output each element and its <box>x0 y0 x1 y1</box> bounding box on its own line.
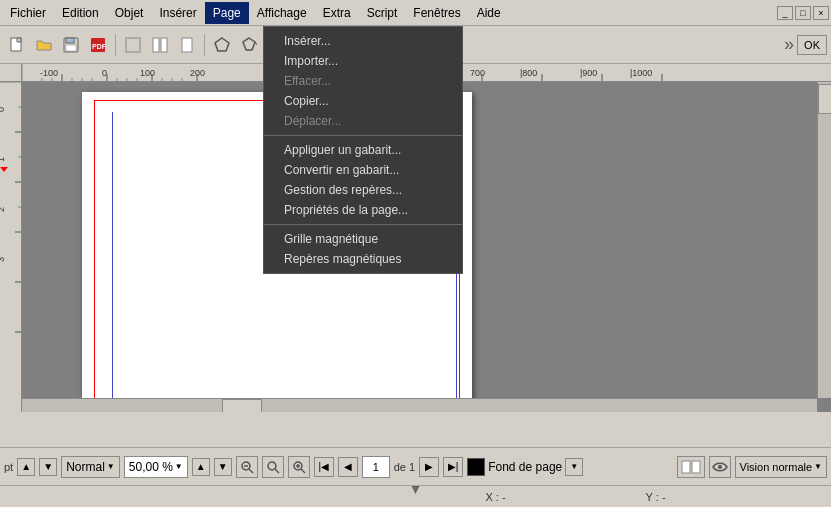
pdf-btn[interactable]: PDF <box>85 32 111 58</box>
menu-inserer[interactable]: Insérer <box>151 2 204 24</box>
svg-point-74 <box>718 465 722 469</box>
svg-line-69 <box>301 469 305 473</box>
win-close[interactable]: × <box>813 6 829 20</box>
fond-page-btn[interactable]: ▼ <box>565 458 583 476</box>
scrollbar-h-thumb[interactable] <box>222 399 262 412</box>
menu-affichage[interactable]: Affichage <box>249 2 315 24</box>
menu-copier-item[interactable]: Copier... <box>264 91 462 111</box>
ruler-vertical: 0 1 2 3 <box>0 82 22 412</box>
menu-appliquer-item[interactable]: Appliguer un gabarit... <box>264 140 462 160</box>
zoom-fit-btn[interactable] <box>288 456 310 478</box>
unit-down-btn[interactable]: ▼ <box>39 458 57 476</box>
win-maximize[interactable]: □ <box>795 6 811 20</box>
save-btn[interactable] <box>58 32 84 58</box>
menu-page[interactable]: Page <box>205 2 249 24</box>
page-number-input[interactable] <box>362 456 390 478</box>
svg-text:0: 0 <box>102 68 107 78</box>
zoom-up-btn[interactable]: ▲ <box>192 458 210 476</box>
scroll-indicator <box>412 486 420 494</box>
page-single-btn[interactable] <box>174 32 200 58</box>
svg-point-66 <box>268 462 276 470</box>
x-coord: X : - <box>485 491 505 503</box>
svg-text:-100: -100 <box>40 68 58 78</box>
sep2 <box>204 34 205 56</box>
menu-sep2 <box>264 224 462 225</box>
menu-deplacer-item: Déplacer... <box>264 111 462 131</box>
menu-gestion-item[interactable]: Gestion des repères... <box>264 180 462 200</box>
unit-up-btn[interactable]: ▲ <box>17 458 35 476</box>
menu-objet[interactable]: Objet <box>107 2 152 24</box>
mode-label: Normal <box>66 460 105 474</box>
vision-dropdown[interactable]: Vision normale ▼ <box>735 456 827 478</box>
menu-extra[interactable]: Extra <box>315 2 359 24</box>
ruler-v-svg: 0 1 2 3 <box>0 82 22 412</box>
page-prev-btn[interactable]: ◀ <box>338 457 358 477</box>
page-layout-btn[interactable] <box>147 32 173 58</box>
menu-reperes-item[interactable]: Repères magnétiques <box>264 249 462 269</box>
zoom-down-btn[interactable]: ▼ <box>214 458 232 476</box>
menu-proprietes-item[interactable]: Propriétés de la page... <box>264 200 462 220</box>
open-btn[interactable] <box>31 32 57 58</box>
fond-page-swatch[interactable] <box>467 458 485 476</box>
pentagon-btn[interactable] <box>209 32 235 58</box>
svg-text:100: 100 <box>140 68 155 78</box>
zoom-selector[interactable]: 50,00 % ▼ <box>124 456 188 478</box>
svg-rect-72 <box>682 461 690 473</box>
polygon-btn[interactable] <box>236 32 262 58</box>
menu-convertir-item[interactable]: Convertir en gabarit... <box>264 160 462 180</box>
page-prev-btn[interactable] <box>120 32 146 58</box>
ok-button[interactable]: OK <box>797 35 827 55</box>
page-thumbnail-btn[interactable] <box>677 456 705 478</box>
page-next-btn[interactable]: ▶ <box>419 457 439 477</box>
zoom-in-btn[interactable] <box>236 456 258 478</box>
svg-text:PDF: PDF <box>92 43 106 50</box>
svg-line-64 <box>249 469 253 473</box>
eye-btn[interactable] <box>709 456 731 478</box>
svg-marker-50 <box>0 167 8 172</box>
shape-tools <box>209 32 262 58</box>
page-first-btn[interactable]: |◀ <box>314 457 334 477</box>
scrollbar-horizontal[interactable] <box>22 398 817 412</box>
menu-fichier[interactable]: Fichier <box>2 2 54 24</box>
scrollbar-thumb[interactable] <box>818 84 831 114</box>
svg-rect-73 <box>692 461 700 473</box>
svg-text:|900: |900 <box>580 68 597 78</box>
statusbar: pt ▲ ▼ Normal ▼ 50,00 % ▼ ▲ ▼ |◀ ◀ de 1 … <box>0 447 831 485</box>
svg-rect-9 <box>182 38 192 52</box>
menu-inserer-item[interactable]: Insérer... <box>264 31 462 51</box>
menu-aide[interactable]: Aide <box>469 2 509 24</box>
svg-marker-11 <box>243 38 255 50</box>
menu-script[interactable]: Script <box>359 2 406 24</box>
win-minimize[interactable]: _ <box>777 6 793 20</box>
infobar: X : - Y : - <box>0 485 831 507</box>
menu-importer-item[interactable]: Importer... <box>264 51 462 71</box>
svg-line-67 <box>275 469 279 473</box>
menu-effacer-item: Effacer... <box>264 71 462 91</box>
overflow-btn[interactable]: » <box>784 34 794 55</box>
menu-fenetres[interactable]: Fenêtres <box>405 2 468 24</box>
svg-rect-8 <box>161 38 167 52</box>
svg-text:200: 200 <box>190 68 205 78</box>
zoom-out-btn[interactable] <box>262 456 284 478</box>
menu-grille-item[interactable]: Grille magnétique <box>264 229 462 249</box>
zoom-arrow: ▼ <box>175 462 183 471</box>
mode-selector[interactable]: Normal ▼ <box>61 456 120 478</box>
svg-text:|1000: |1000 <box>630 68 652 78</box>
unit-label: pt <box>4 461 13 473</box>
menu-edition[interactable]: Edition <box>54 2 107 24</box>
svg-line-12 <box>255 42 257 45</box>
page-tools <box>120 32 200 58</box>
window-controls: _ □ × <box>777 6 829 20</box>
svg-text:2: 2 <box>0 207 6 212</box>
svg-rect-3 <box>66 45 76 51</box>
svg-text:3: 3 <box>0 257 6 262</box>
scrollbar-vertical[interactable] <box>817 82 831 398</box>
svg-text:700: 700 <box>470 68 485 78</box>
new-btn[interactable] <box>4 32 30 58</box>
sep1 <box>115 34 116 56</box>
page-last-btn[interactable]: ▶| <box>443 457 463 477</box>
menu-sep1 <box>264 135 462 136</box>
mode-arrow: ▼ <box>107 462 115 471</box>
file-tools: PDF <box>4 32 111 58</box>
vision-label: Vision normale <box>740 461 813 473</box>
